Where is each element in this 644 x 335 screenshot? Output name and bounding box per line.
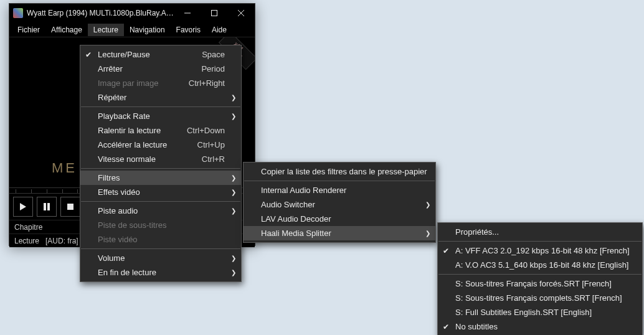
lecture-item[interactable]: Répéter❯: [80, 90, 241, 105]
play-button[interactable]: [13, 197, 33, 217]
filtres-separator: [244, 181, 435, 181]
lecture-separator: [81, 201, 240, 202]
lecture-item: Piste vidéo: [80, 232, 241, 247]
submenu-arrow-icon: ❯: [231, 189, 236, 196]
submenu-arrow-icon: ❯: [425, 201, 430, 208]
lecture-item: Piste de sous-titres: [80, 218, 241, 232]
lecture-label: Filtres: [98, 173, 225, 182]
svg-rect-6: [47, 203, 50, 210]
filtres-submenu: Copier la liste des filtres dans le pres…: [243, 162, 436, 243]
lecture-item[interactable]: Volume❯: [80, 251, 241, 265]
lecture-label: Piste vidéo: [98, 235, 225, 244]
accelerator-text: Ctrl+R: [202, 154, 225, 164]
menu-aide[interactable]: Aide: [206, 24, 232, 36]
haali-item[interactable]: Propriétés...: [438, 225, 642, 239]
lecture-item[interactable]: Effets vidéo❯: [80, 185, 241, 199]
filtres-label: Internal Audio Renderer: [261, 186, 419, 195]
lecture-item[interactable]: ✔Lecture/PauseSpace: [80, 47, 241, 62]
haali-item[interactable]: ✔A: VFF AC3 2.0_192 kbps 16-bit 48 khz […: [438, 243, 642, 258]
playback-state: Lecture: [14, 237, 39, 245]
haali-submenu: Propriétés...✔A: VFF AC3 2.0_192 kbps 16…: [437, 222, 643, 335]
chapter-label: Chapitre: [14, 223, 42, 232]
lecture-label: Répéter: [98, 93, 225, 102]
haali-separator: [438, 241, 642, 242]
svg-rect-1: [212, 11, 217, 16]
filtres-label: Audio Switcher: [261, 200, 419, 209]
lecture-separator: [81, 168, 240, 169]
submenu-arrow-icon: ❯: [231, 113, 236, 120]
lecture-label: Effets vidéo: [98, 187, 225, 197]
pause-button[interactable]: [37, 197, 57, 217]
watermark-text: ME: [52, 160, 77, 176]
haali-label: S: Sous-titres Français complets.SRT [Fr…: [455, 293, 626, 303]
filtres-item[interactable]: Haali Media Splitter❯: [244, 226, 435, 240]
lecture-label: Playback Rate: [98, 111, 225, 121]
haali-separator: [438, 274, 642, 275]
lecture-item[interactable]: Filtres❯: [80, 171, 241, 185]
check-icon: ✔: [85, 50, 92, 59]
haali-item[interactable]: ✔No subtitles: [438, 319, 642, 334]
haali-item[interactable]: S: Full Subtitles English.SRT [English]: [438, 305, 642, 319]
stop-button[interactable]: [60, 197, 80, 217]
menu-fichier[interactable]: Fichier: [12, 24, 45, 36]
app-icon: [13, 8, 23, 18]
haali-label: Propriétés...: [455, 227, 626, 237]
haali-item[interactable]: A: V.O AC3 5.1_640 kbps 16-bit 48 khz [E…: [438, 258, 642, 272]
lecture-item[interactable]: En fin de lecture❯: [80, 265, 241, 280]
lecture-item[interactable]: ArrêterPeriod: [80, 62, 241, 76]
submenu-arrow-icon: ❯: [231, 207, 236, 214]
lecture-item[interactable]: Vitesse normaleCtrl+R: [80, 152, 241, 166]
accelerator-text: Period: [201, 64, 225, 73]
lecture-label: En fin de lecture: [98, 268, 225, 277]
accelerator-text: Space: [202, 50, 225, 59]
submenu-arrow-icon: ❯: [231, 174, 236, 181]
haali-label: A: VFF AC3 2.0_192 kbps 16-bit 48 khz [F…: [455, 246, 630, 255]
lecture-label: Image par image: [98, 78, 170, 88]
filtres-label: Haali Media Splitter: [261, 229, 419, 238]
haali-label: S: Sous-titres Français forcés.SRT [Fren…: [455, 279, 626, 288]
lecture-label: Accélérer la lecture: [98, 140, 179, 149]
filtres-item[interactable]: LAV Audio Decoder: [244, 212, 435, 226]
close-button[interactable]: [228, 4, 255, 22]
check-icon: ✔: [443, 247, 449, 255]
submenu-arrow-icon: ❯: [425, 230, 430, 237]
accelerator-text: Ctrl+Down: [187, 126, 225, 135]
menu-navigation[interactable]: Navigation: [124, 24, 171, 36]
lecture-separator: [81, 248, 240, 249]
svg-rect-5: [44, 203, 46, 210]
minimize-button[interactable]: [174, 4, 201, 22]
haali-label: A: V.O AC3 5.1_640 kbps 16-bit 48 khz [E…: [455, 260, 628, 270]
haali-label: No subtitles: [455, 322, 626, 331]
haali-item[interactable]: S: Sous-titres Français complets.SRT [Fr…: [438, 291, 642, 305]
filtres-item[interactable]: Copier la liste des filtres dans le pres…: [244, 164, 435, 179]
haali-label: S: Full Subtitles English.SRT [English]: [455, 308, 626, 317]
svg-marker-4: [20, 203, 26, 210]
filtres-label: Copier la liste des filtres dans le pres…: [261, 167, 427, 176]
filtres-label: LAV Audio Decoder: [261, 214, 419, 224]
filtres-item[interactable]: Audio Switcher❯: [244, 197, 435, 212]
lecture-menu: ✔Lecture/PauseSpaceArrêterPeriodImage pa…: [80, 45, 242, 282]
maximize-button[interactable]: [201, 4, 228, 22]
lecture-item[interactable]: Ralentir la lectureCtrl+Down: [80, 123, 241, 138]
lecture-item: Image par imageCtrl+Right: [80, 76, 241, 90]
lecture-label: Vitesse normale: [98, 154, 183, 164]
lecture-separator: [81, 106, 240, 107]
submenu-arrow-icon: ❯: [231, 269, 236, 276]
accelerator-text: Ctrl+Up: [197, 140, 225, 149]
lecture-label: Lecture/Pause: [98, 50, 183, 59]
lecture-item[interactable]: Piste audio❯: [80, 204, 241, 218]
lecture-item[interactable]: Playback Rate❯: [80, 109, 241, 123]
audio-track-status: [AUD: fra]: [45, 237, 78, 245]
menu-favoris[interactable]: Favoris: [171, 24, 206, 36]
lecture-label: Volume: [98, 253, 225, 263]
lecture-label: Ralentir la lecture: [98, 126, 168, 135]
filtres-item[interactable]: Internal Audio Renderer: [244, 183, 435, 197]
lecture-item[interactable]: Accélérer la lectureCtrl+Up: [80, 138, 241, 152]
menu-affichage[interactable]: Affichage: [45, 24, 88, 36]
haali-item[interactable]: S: Sous-titres Français forcés.SRT [Fren…: [438, 276, 642, 291]
lecture-label: Arrêter: [98, 64, 182, 73]
check-icon: ✔: [443, 323, 449, 331]
titlebar: Wyatt Earp (1994) MULTi.1080p.BluRay.AC3…: [9, 4, 255, 22]
menu-lecture[interactable]: Lecture: [88, 24, 124, 36]
lecture-label: Piste de sous-titres: [98, 220, 225, 230]
